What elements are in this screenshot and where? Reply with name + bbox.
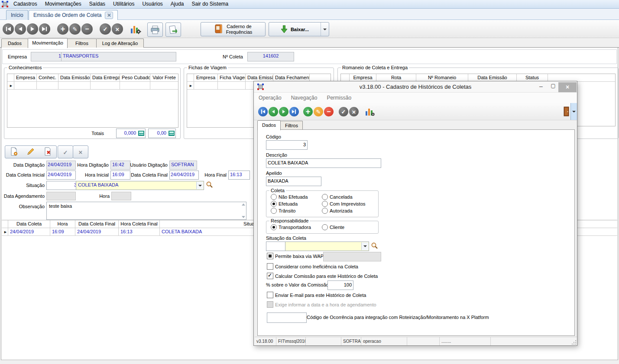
calculator-icon[interactable] [168, 129, 175, 138]
table-row[interactable] [7, 82, 178, 90]
tab-emissao-ordem-coleta[interactable]: Emissão de Ordem de Coleta [29, 10, 118, 20]
chart-icon[interactable] [130, 23, 141, 35]
cancel-record-button[interactable] [73, 145, 88, 158]
nav-next-button[interactable] [279, 107, 288, 116]
tab-close-icon[interactable] [105, 12, 113, 19]
radio-transportadora[interactable] [271, 224, 277, 230]
nav-prev-button[interactable] [15, 23, 26, 35]
nav-first-button[interactable] [258, 107, 268, 116]
column-header[interactable]: Ficha Viagem [218, 74, 246, 82]
column-header[interactable]: Empresa [14, 74, 37, 82]
new-record-button[interactable] [10, 147, 18, 157]
radio-com-imprevistos[interactable] [322, 201, 328, 207]
search-icon[interactable] [371, 242, 378, 250]
minimize-button[interactable]: – [535, 83, 547, 91]
column-header[interactable]: Conhec. [37, 74, 58, 82]
data-coleta-inicial-field[interactable]: 24/04/2019 [46, 171, 76, 180]
menu-usuarios[interactable]: Usuários [138, 0, 166, 8]
calculator-icon[interactable] [137, 129, 145, 138]
menu-navegacao[interactable]: Navegação [286, 95, 322, 101]
remove-button[interactable] [81, 23, 93, 35]
chevron-down-icon[interactable] [196, 182, 203, 189]
radio-nao-efetuada[interactable] [271, 194, 277, 200]
form-tab-movimentacao[interactable]: Movimentação [28, 38, 68, 48]
menu-operacao[interactable]: Operação [254, 95, 286, 101]
radio-cliente[interactable] [322, 224, 328, 230]
radio-transito[interactable] [271, 208, 277, 214]
chart-icon[interactable] [365, 106, 375, 118]
column-header[interactable]: Data Coleta [8, 220, 50, 228]
menu-saidas[interactable]: Saídas [85, 0, 109, 8]
total-frete-field[interactable]: 0,00 [148, 129, 176, 138]
situacao-code-field[interactable]: 3 [46, 181, 78, 190]
close-button[interactable]: × [558, 82, 577, 92]
column-header[interactable]: Data Emissão [58, 74, 91, 82]
scroll-up-icon[interactable] [242, 203, 245, 206]
observacao-textarea[interactable]: teste baixa [46, 202, 246, 220]
total-peso-field[interactable]: 0,000 [116, 129, 146, 138]
menu-cadastros[interactable]: Cadastros [10, 0, 41, 8]
apelido-field[interactable]: BAIXADA [266, 177, 321, 186]
situacao-combo[interactable]: COLETA BAIXADA [76, 181, 204, 190]
add-button[interactable] [57, 23, 68, 35]
checkbox-calcular-comissao[interactable] [267, 273, 273, 279]
baixar-dropdown[interactable] [321, 23, 329, 36]
dialog-tab-filtros[interactable]: Filtros [280, 121, 303, 130]
export-button[interactable] [165, 23, 181, 37]
column-header[interactable]: Hora Coleta Final [119, 220, 160, 228]
nav-first-button[interactable] [3, 23, 14, 35]
menu-ajuda[interactable]: Ajuda [167, 0, 188, 8]
edit-record-button[interactable] [26, 147, 35, 157]
caderno-frequencias-button[interactable]: Caderno de Frequências [201, 22, 266, 36]
hora-inicial-field[interactable]: 16:09 [110, 171, 130, 180]
add-button[interactable] [303, 107, 313, 116]
nav-prev-button[interactable] [269, 107, 278, 116]
situacao-coleta-combo[interactable] [285, 242, 369, 251]
column-header[interactable]: Peso Cubado [120, 74, 150, 82]
empresa-code-field[interactable]: 1 [31, 52, 63, 61]
checkbox-enviar-email[interactable] [267, 292, 273, 298]
checkbox-ineficiencia[interactable] [267, 263, 273, 270]
situacao-coleta-code-field[interactable] [266, 242, 288, 251]
descricao-field[interactable]: COLETA BAIXADA [266, 158, 381, 168]
nav-last-button[interactable] [289, 107, 299, 116]
maximize-button[interactable]: ▢ [548, 83, 559, 91]
dialog-titlebar[interactable]: v3.18.00 - Cadastro de Históricos de Col… [254, 81, 577, 93]
cancel-button[interactable] [112, 23, 123, 35]
ocorrencia-field[interactable] [267, 312, 307, 323]
exit-door-icon[interactable] [563, 106, 570, 118]
usuario-digitacao-field[interactable]: SOFTRAN [169, 161, 197, 170]
remove-button[interactable] [324, 107, 334, 116]
confirm-button[interactable] [100, 23, 111, 35]
chevron-down-icon[interactable] [361, 242, 368, 250]
form-tab-filtros[interactable]: Filtros [67, 39, 97, 48]
dialog-tab-dados[interactable]: Dados [257, 120, 281, 130]
confirm-record-button[interactable] [58, 145, 73, 158]
edit-button[interactable] [314, 107, 323, 116]
nav-next-button[interactable] [27, 23, 38, 35]
print-button[interactable] [147, 23, 163, 37]
delete-record-button[interactable] [43, 147, 52, 157]
radio-cancelada[interactable] [322, 194, 328, 200]
scroll-down-icon[interactable] [242, 216, 245, 218]
menu-movimentacoes[interactable]: Movimentações [41, 0, 85, 8]
checkbox-permite-baixa-wap[interactable] [267, 253, 273, 259]
form-tab-dados[interactable]: Dados [1, 39, 28, 48]
column-header[interactable]: Empresa [194, 74, 218, 82]
menu-utilitarios[interactable]: Utilitários [109, 0, 138, 8]
resize-grip[interactable] [571, 340, 577, 345]
toolbar-overflow-dropdown[interactable] [570, 103, 577, 120]
column-header[interactable]: Data Coleta Final [75, 220, 119, 228]
cancel-button[interactable] [349, 107, 359, 116]
empresa-name-field[interactable]: TRANSPORTES [61, 52, 176, 61]
hora-digitacao-field[interactable]: 16:42 [110, 161, 130, 170]
column-header[interactable]: Hora [50, 220, 75, 228]
menu-sair[interactable]: Sair do Sistema [188, 0, 233, 8]
menu-permissao[interactable]: Permissão [322, 95, 356, 101]
radio-efetuada[interactable] [271, 201, 277, 207]
baixar-button[interactable]: Baixar... [269, 22, 329, 36]
search-icon[interactable] [206, 181, 213, 189]
n-coleta-field[interactable]: 141602 [247, 52, 294, 61]
edit-button[interactable] [69, 23, 81, 35]
nav-last-button[interactable] [39, 23, 50, 35]
